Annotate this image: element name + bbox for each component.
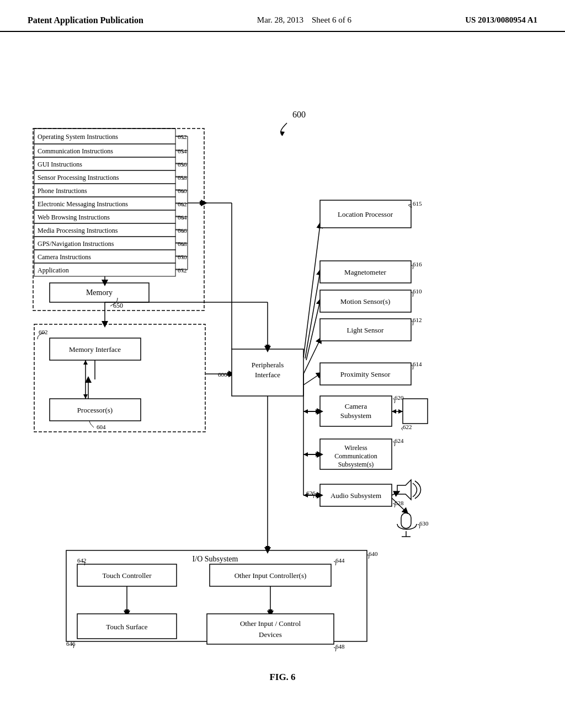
svg-marker-89	[392, 409, 396, 414]
svg-marker-99	[397, 480, 411, 500]
svg-text:Proximity Sensor: Proximity Sensor	[340, 370, 391, 378]
svg-text:Application: Application	[38, 266, 69, 274]
header-center: Mar. 28, 2013 Sheet 6 of 6	[257, 15, 351, 25]
svg-text:Electronic Messaging Instructi: Electronic Messaging Instructions	[38, 200, 128, 208]
svg-text:Interface: Interface	[255, 371, 280, 379]
svg-text:Touch Surface: Touch Surface	[106, 623, 147, 631]
svg-text:Other Input / Control: Other Input / Control	[240, 619, 301, 628]
publication-date: Mar. 28, 2013	[257, 15, 303, 24]
svg-text:Peripherals: Peripherals	[252, 361, 284, 369]
svg-marker-51	[83, 360, 88, 365]
patent-number: US 2013/0080954 A1	[465, 15, 537, 25]
svg-text:614: 614	[413, 361, 422, 367]
diagram-area: 600 Operating System Instructions 652 Co…	[0, 32, 565, 705]
figure-label: FIG. 6	[269, 672, 295, 683]
patent-diagram: 600 Operating System Instructions 652 Co…	[0, 32, 565, 705]
svg-text:Memory: Memory	[86, 288, 113, 297]
svg-text:Location Processor: Location Processor	[338, 210, 393, 218]
svg-text:624: 624	[395, 437, 404, 444]
svg-text:Audio Subsystem: Audio Subsystem	[331, 491, 381, 500]
svg-text:604: 604	[97, 424, 106, 430]
svg-text:646: 646	[66, 640, 76, 647]
page-header: Patent Application Publication Mar. 28, …	[0, 0, 565, 32]
svg-text:GPS/Navigation Instructions: GPS/Navigation Instructions	[38, 240, 114, 248]
svg-marker-54	[227, 372, 232, 376]
svg-text:Touch Controller: Touch Controller	[103, 571, 152, 580]
svg-text:Communication Instructions: Communication Instructions	[38, 147, 113, 155]
svg-line-66	[303, 374, 320, 385]
svg-text:Camera Instructions: Camera Instructions	[38, 253, 91, 261]
svg-marker-157	[200, 201, 204, 205]
svg-text:Subsystem(s): Subsystem(s)	[338, 461, 374, 468]
publication-title: Patent Application Publication	[28, 15, 143, 25]
svg-text:Motion Sensor(s): Motion Sensor(s)	[340, 297, 391, 306]
svg-text:I/O Subsystem: I/O Subsystem	[193, 555, 238, 563]
svg-marker-119	[303, 493, 308, 497]
svg-rect-86	[403, 399, 428, 424]
svg-text:622: 622	[403, 424, 412, 430]
svg-text:GUI Instructions: GUI Instructions	[38, 160, 82, 168]
svg-text:Phone Instructions: Phone Instructions	[38, 187, 87, 195]
svg-text:Memory Interface: Memory Interface	[69, 345, 121, 354]
figure-number-600: 600	[292, 110, 306, 119]
sheet-info: Sheet 6 of 6	[312, 15, 351, 24]
svg-text:Camera: Camera	[345, 402, 367, 410]
svg-text:648: 648	[335, 643, 345, 650]
svg-text:612: 612	[413, 317, 422, 323]
svg-text:Devices: Devices	[259, 630, 282, 639]
svg-line-120	[392, 493, 397, 495]
svg-text:650: 650	[113, 302, 123, 309]
svg-text:Magnetometer: Magnetometer	[344, 268, 386, 276]
svg-text:606: 606	[218, 371, 227, 378]
svg-text:Web Browsing Instructions: Web Browsing Instructions	[38, 213, 110, 221]
svg-line-65	[303, 340, 320, 374]
svg-text:Communication: Communication	[334, 452, 377, 460]
svg-marker-90	[398, 409, 403, 414]
svg-text:610: 610	[413, 288, 422, 295]
svg-marker-134	[125, 609, 129, 614]
svg-rect-101	[401, 513, 411, 528]
svg-marker-109	[303, 409, 308, 414]
svg-text:Subsystem: Subsystem	[340, 411, 371, 420]
svg-marker-52	[83, 394, 88, 399]
svg-text:640: 640	[369, 550, 378, 557]
svg-marker-123	[265, 546, 270, 550]
svg-text:Sensor Processing Instructions: Sensor Processing Instructions	[38, 174, 119, 181]
svg-text:630: 630	[419, 520, 429, 527]
svg-text:Processor(s): Processor(s)	[77, 406, 113, 414]
svg-text:644: 644	[335, 557, 345, 564]
svg-text:Operating System Instructions: Operating System Instructions	[38, 133, 118, 141]
svg-marker-136	[268, 609, 273, 614]
svg-text:616: 616	[413, 261, 422, 267]
svg-text:Other Input Controller(s): Other Input Controller(s)	[234, 571, 307, 580]
svg-marker-114	[303, 452, 308, 457]
svg-marker-61	[265, 345, 270, 349]
svg-text:Wireless: Wireless	[344, 444, 367, 452]
svg-text:Light Sensor: Light Sensor	[347, 326, 384, 334]
svg-rect-140	[207, 614, 334, 644]
svg-text:615: 615	[413, 200, 422, 207]
svg-text:Media Processing Instructions: Media Processing Instructions	[38, 227, 118, 234]
